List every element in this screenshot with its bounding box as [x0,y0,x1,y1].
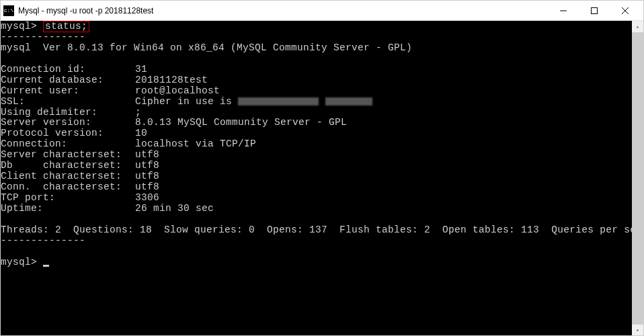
svg-rect-1 [592,7,598,13]
status-value: 31 [135,64,147,75]
window-title: Mysql - mysql -u root -p 20181128test [18,6,548,15]
status-value: utf8 [135,171,159,181]
status-key: TCP port: [1,193,135,204]
window-controls [548,1,641,21]
status-key: Uptime: [1,204,135,214]
redacted-text [325,97,372,106]
status-value: 3306 [135,192,159,203]
scrollbar-track[interactable] [632,32,643,325]
dash-line: -------------- [1,235,85,246]
command-highlight: status; [43,21,89,32]
status-key: Conn. characterset: [1,182,135,193]
prompt-prefix: mysql> [1,21,37,32]
status-value: localhost via TCP/IP [135,138,256,149]
status-key: Db characterset: [1,161,135,171]
status-value: utf8 [135,181,159,192]
redacted-text [238,97,319,106]
close-button[interactable] [610,1,641,21]
dash-line: -------------- [1,32,85,42]
scroll-down-arrow-icon[interactable]: ▾ [632,325,643,336]
prompt-prefix: mysql> [1,257,37,267]
window-titlebar: c:\ Mysql - mysql -u root -p 20181128tes… [1,1,643,21]
status-value: 20181128test [135,75,208,85]
status-value: utf8 [135,149,159,160]
scrollbar-thumb[interactable] [632,32,643,325]
app-icon: c:\ [3,5,14,16]
status-key: Current database: [1,75,135,86]
status-key: Current user: [1,86,135,97]
scroll-up-arrow-icon[interactable]: ▴ [632,21,643,32]
status-key: SSL: [1,97,135,108]
status-key: Connection id: [1,65,135,75]
status-value: Cipher in use is [135,96,238,107]
maximize-button[interactable] [579,1,610,21]
status-key: Server version: [1,118,135,128]
version-line: mysql Ver 8.0.13 for Win64 on x86_64 (My… [1,42,412,53]
status-value: 26 min 30 sec [135,203,214,214]
status-value: 10 [135,128,147,138]
status-key: Server characterset: [1,150,135,161]
cursor [43,265,49,267]
status-value: ; [135,107,141,118]
vertical-scrollbar[interactable]: ▴ ▾ [632,21,643,336]
status-key: Using delimiter: [1,108,135,118]
minimize-button[interactable] [548,1,579,21]
status-key: Connection: [1,139,135,150]
status-key: Protocol version: [1,128,135,139]
console-output[interactable]: mysql> status; -------------- mysql Ver … [1,21,632,336]
status-value: root@localhost [135,85,220,96]
status-value: 8.0.13 MySQL Community Server - GPL [135,117,347,128]
threads-line: Threads: 2 Questions: 18 Slow queries: 0… [1,224,632,235]
status-value: utf8 [135,160,159,171]
status-key: Client characterset: [1,171,135,182]
console-area: mysql> status; -------------- mysql Ver … [1,21,643,336]
command-text: status; [45,21,87,32]
